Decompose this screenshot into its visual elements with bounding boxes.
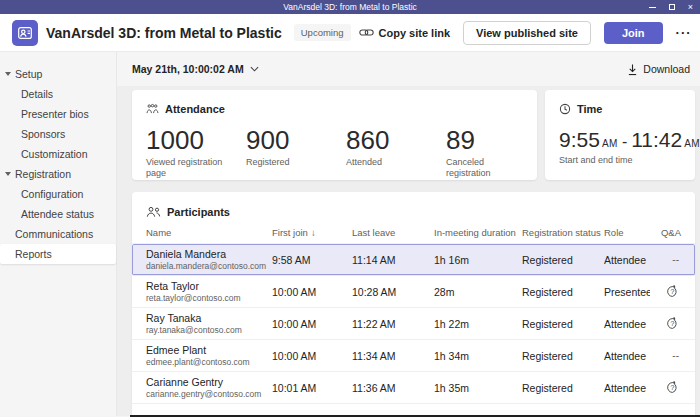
last-leave-cell: 11:36 AM	[352, 382, 434, 394]
column-header-label: Name	[146, 227, 171, 238]
column-header-role[interactable]: Role	[604, 227, 650, 238]
sidebar-item-label: Presenter bios	[21, 108, 89, 120]
sidebar-item-setup[interactable]: Setup	[0, 64, 116, 84]
window-title: VanArsdel 3D: from Metal to Plastic	[283, 2, 417, 12]
qa-cell[interactable]: ?	[666, 381, 681, 394]
qa-cell[interactable]: --	[672, 350, 681, 361]
sidebar-item-presenter-bios[interactable]: Presenter bios	[0, 104, 116, 124]
stat-label: Registered	[246, 157, 330, 169]
registration-status-cell: Registered	[522, 318, 604, 330]
app-window: VanArsdel 3D: from Metal to Plastic × Va…	[0, 0, 700, 417]
copy-site-link-label: Copy site link	[379, 27, 451, 39]
sidebar-item-label: Communications	[15, 228, 93, 240]
attendance-stat-registered: 900 Registered	[246, 126, 346, 180]
sort-descending-icon: ↓	[311, 227, 316, 238]
download-icon	[627, 63, 638, 76]
participant-name: Carianne Gentry	[146, 376, 272, 389]
view-published-site-button[interactable]: View published site	[463, 21, 591, 45]
participant-name: Edmee Plant	[146, 344, 272, 357]
participant-name-cell: Carianne Gentry carianne.gentry@contoso.…	[146, 376, 272, 400]
first-join-cell: 10:00 AM	[272, 318, 352, 330]
time-caption: Start and end time	[559, 155, 681, 165]
column-header-label: First join	[272, 227, 308, 238]
column-header-in-meeting-duration[interactable]: In-meeting duration	[434, 227, 522, 238]
qa-question-icon: ?	[666, 381, 679, 394]
table-row[interactable]: Carianne Gentry carianne.gentry@contoso.…	[132, 372, 695, 404]
attendance-title: Attendance	[165, 103, 225, 115]
column-header-registration-status[interactable]: Registration status	[522, 227, 604, 238]
participant-email: daniela.mandera@contoso.com	[146, 261, 272, 272]
column-header-label: Q&A	[661, 227, 681, 238]
stat-value: 1000	[146, 126, 246, 155]
attendance-card: Attendance 1000 Viewed registration page…	[132, 90, 537, 180]
sidebar-item-registration[interactable]: Registration	[0, 164, 116, 184]
first-join-cell: 9:58 AM	[272, 254, 352, 266]
sidebar-item-label: Sponsors	[21, 128, 65, 140]
participant-name-cell: Daniela Mandera daniela.mandera@contoso.…	[146, 248, 272, 272]
sidebar-item-label: Setup	[15, 68, 42, 80]
column-header-label: In-meeting duration	[434, 227, 516, 238]
table-row[interactable]: Edmee Plant edmee.plant@contoso.com 10:0…	[132, 340, 695, 372]
minimize-icon[interactable]	[649, 7, 656, 8]
close-icon[interactable]: ×	[688, 3, 693, 12]
start-meridiem: AM	[602, 138, 618, 149]
column-header-label: Registration status	[522, 227, 601, 238]
sidebar-item-reports[interactable]: Reports	[0, 244, 116, 264]
maximize-icon[interactable]	[669, 4, 675, 10]
time-title: Time	[577, 103, 602, 115]
sidebar-item-label: Reports	[15, 248, 52, 260]
download-button[interactable]: Download	[627, 63, 690, 76]
duration-cell: 1h 22m	[434, 318, 522, 330]
participant-name-cell: Reta Taylor reta.taylor@contoso.com	[146, 280, 272, 304]
table-row[interactable]: Reta Taylor reta.taylor@contoso.com 10:0…	[132, 276, 695, 308]
sidebar-item-communications[interactable]: Communications	[0, 224, 116, 244]
column-header-name[interactable]: Name	[146, 227, 272, 238]
first-join-cell: 10:00 AM	[272, 350, 352, 362]
svg-text:?: ?	[671, 320, 675, 327]
copy-site-link-button[interactable]: Copy site link	[359, 27, 451, 39]
sidebar-item-label: Customization	[21, 148, 88, 160]
sidebar-item-label: Attendee status	[21, 208, 94, 220]
duration-cell: 1h 35m	[434, 382, 522, 394]
join-button[interactable]: Join	[604, 22, 663, 44]
time-separator: -	[622, 133, 627, 151]
table-row[interactable]: Daniela Mandera daniela.mandera@contoso.…	[132, 244, 695, 276]
participants-card: Participants Name First join ↓ Last leav…	[132, 192, 695, 416]
participant-email: edmee.plant@contoso.com	[146, 357, 272, 368]
download-label: Download	[643, 63, 690, 75]
first-join-cell: 10:00 AM	[272, 286, 352, 298]
duration-cell: 1h 34m	[434, 350, 522, 362]
qa-question-icon: ?	[666, 285, 679, 298]
chevron-icon	[5, 72, 11, 76]
first-join-cell: 10:01 AM	[272, 382, 352, 394]
last-leave-cell: 10:28 AM	[352, 286, 434, 298]
column-header-last-leave[interactable]: Last leave	[352, 227, 434, 238]
participants-table-body: Daniela Mandera daniela.mandera@contoso.…	[132, 244, 695, 416]
column-header-q-a[interactable]: Q&A	[650, 227, 681, 238]
attendance-stat-canceled-registration: 89 Canceled registration	[446, 126, 530, 180]
qa-cell[interactable]: --	[672, 254, 681, 265]
sidebar-nav: Setup Details Presenter bios Sponsors Cu…	[0, 52, 117, 416]
svg-text:?: ?	[671, 384, 675, 391]
attendance-stat-attended: 860 Attended	[346, 126, 446, 180]
attendance-stats: 1000 Viewed registration page 900 Regist…	[146, 126, 523, 180]
time-card: Time 9:55 AM - 11:42 AM Start and end ti…	[545, 90, 695, 180]
session-date-selector[interactable]: May 21th, 10:00:02 AM	[132, 63, 259, 75]
qa-cell[interactable]: ?	[666, 317, 681, 330]
time-range: 9:55 AM - 11:42 AM	[559, 128, 681, 152]
report-toolbar: May 21th, 10:00:02 AM Download	[117, 52, 700, 86]
role-cell: Presentee	[604, 286, 650, 298]
more-options-button[interactable]: ···	[676, 25, 692, 40]
sidebar-item-sponsors[interactable]: Sponsors	[0, 124, 116, 144]
qa-cell[interactable]: ?	[666, 285, 681, 298]
sidebar-item-attendee-status[interactable]: Attendee status	[0, 204, 116, 224]
sidebar-item-configuration[interactable]: Configuration	[0, 184, 116, 204]
event-logo-icon	[12, 20, 38, 46]
status-badge: Upcoming	[294, 24, 351, 41]
column-header-first-join[interactable]: First join ↓	[272, 227, 352, 238]
table-row[interactable]: Ray Tanaka ray.tanaka@contoso.com 10:00 …	[132, 308, 695, 340]
sidebar-item-details[interactable]: Details	[0, 84, 116, 104]
sidebar-item-customization[interactable]: Customization	[0, 144, 116, 164]
duration-cell: 1h 16m	[434, 254, 522, 266]
report-body: Attendance 1000 Viewed registration page…	[117, 86, 700, 416]
